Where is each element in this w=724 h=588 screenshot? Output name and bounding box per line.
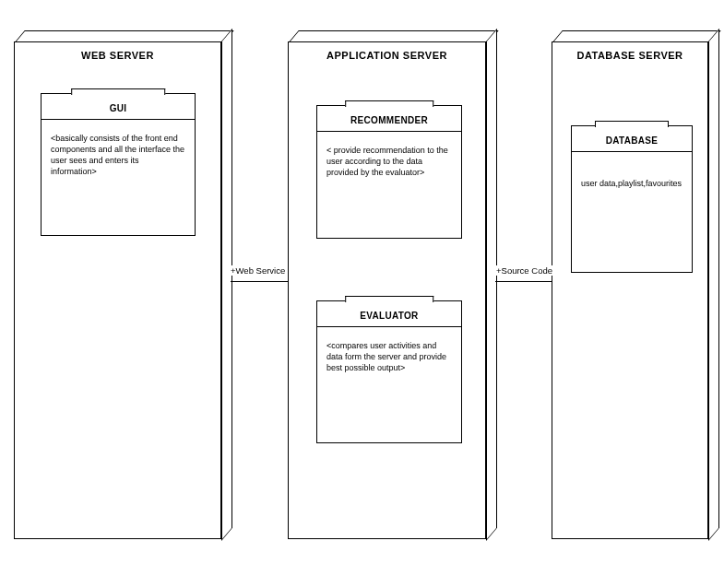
component-gui-body: <basically consists of the front end com… (42, 120, 195, 191)
component-gui-title: GUI (42, 94, 195, 120)
node-app-server: APPLICATION SERVER RECOMMENDER < provide… (288, 41, 486, 539)
component-evaluator: EVALUATOR <compares user activities and … (316, 300, 462, 443)
component-evaluator-body: <compares user activities and data form … (317, 327, 461, 386)
connector-web-service (231, 281, 288, 282)
connector-source-code (495, 281, 552, 282)
connector-source-code-label: +Source Code (494, 265, 554, 276)
component-recommender-body: < provide recommendation to the user acc… (317, 132, 461, 191)
node-app-server-title: APPLICATION SERVER (289, 50, 485, 61)
component-recommender: RECOMMENDER < provide recommendation to … (316, 105, 462, 239)
component-gui: GUI <basically consists of the front end… (41, 93, 196, 236)
component-database: DATABASE user data,playlist,favourites (571, 125, 693, 273)
node-db-server: DATABASE SERVER DATABASE user data,playl… (552, 41, 708, 539)
component-database-title: DATABASE (572, 126, 692, 152)
component-database-body: user data,playlist,favourites (572, 152, 692, 202)
node-db-server-title: DATABASE SERVER (552, 50, 707, 61)
component-evaluator-title: EVALUATOR (317, 301, 461, 327)
node-web-server: WEB SERVER GUI <basically consists of th… (14, 41, 221, 539)
node-web-server-title: WEB SERVER (15, 50, 220, 61)
connector-web-service-label: +Web Service (229, 265, 287, 276)
component-recommender-title: RECOMMENDER (317, 106, 461, 132)
